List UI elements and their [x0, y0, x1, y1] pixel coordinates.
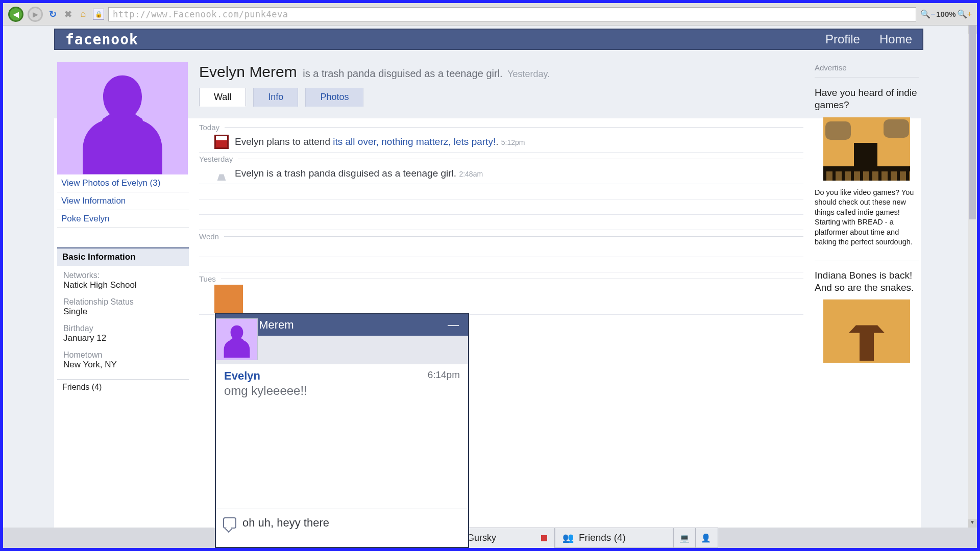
- day-wednesday: Wedn: [199, 232, 219, 241]
- nav-home[interactable]: Home: [879, 32, 912, 46]
- basic-info-block: Networks: Natick High School Relationshi…: [57, 266, 189, 379]
- link-view-photos[interactable]: View Photos of Evelyn (3): [57, 174, 189, 192]
- page-viewport: facenook Profile Home View Photos of Eve…: [3, 26, 977, 528]
- advertise-heading: Advertise: [815, 63, 919, 78]
- birthday-value: January 12: [63, 333, 183, 343]
- friends-button[interactable]: 👥 Friends (4): [555, 528, 673, 548]
- presence-button[interactable]: 💻: [673, 528, 696, 548]
- reload-button[interactable]: ↻: [47, 9, 58, 20]
- post-time: 2:48am: [459, 170, 483, 178]
- post-text: Evelyn is a trash panda disguised as a t…: [235, 168, 456, 179]
- site-header: facenook Profile Home: [54, 29, 923, 50]
- birthday-label: Birthday: [63, 324, 183, 333]
- profile-name: Evelyn Merem: [199, 63, 297, 80]
- profile-status-time: Yesterday.: [507, 69, 550, 79]
- chat-reply-text[interactable]: oh uh, heyy there: [242, 516, 329, 530]
- friend-avatar-icon[interactable]: [214, 285, 243, 313]
- chat-body: 6:14pm Evelyn omg kyleeeee!!: [216, 364, 468, 509]
- calendar-icon: [214, 135, 229, 149]
- chat-minimize-button[interactable]: —: [445, 318, 462, 332]
- left-column: View Photos of Evelyn (3) View Informati…: [54, 56, 192, 528]
- chat-subheader: [216, 336, 468, 364]
- stop-button[interactable]: ✖: [62, 9, 74, 20]
- right-column: Advertise Have you heard of indie games?…: [813, 56, 921, 528]
- friends-label: Friends (4): [579, 532, 626, 543]
- nav-profile[interactable]: Profile: [825, 32, 860, 46]
- site-logo[interactable]: facenook: [65, 31, 138, 48]
- chat-reply-row[interactable]: oh uh, heyy there: [216, 509, 468, 547]
- tab-wall[interactable]: Wall: [199, 88, 246, 107]
- day-yesterday: Yesterday: [199, 155, 233, 163]
- ad-title[interactable]: Indiana Bones is back! And so are the sn…: [815, 269, 919, 294]
- chat-msg-time: 6:14pm: [428, 369, 460, 381]
- tab-info[interactable]: Info: [253, 88, 298, 107]
- networks-value: Natick High School: [63, 280, 183, 290]
- chat-bar: Evelyn Merem Emily Singer Mat Gursky 👥 F…: [3, 528, 977, 548]
- ad-text: Do you like video games? You should chec…: [815, 188, 919, 247]
- scroll-thumb[interactable]: [969, 26, 976, 219]
- wall-feed: Today Evelyn plans to attend its all ove…: [199, 107, 803, 315]
- ad-title[interactable]: Have you heard of indie games?: [815, 87, 919, 111]
- home-button[interactable]: ⌂: [78, 9, 89, 20]
- zoom-out-button[interactable]: 🔍−: [920, 9, 935, 19]
- zoom-in-button[interactable]: 🔍+: [957, 9, 972, 19]
- browser-toolbar: ◀ ▶ ↻ ✖ ⌂ 🔒 http://www.Facenook.com/punk…: [3, 3, 977, 26]
- day-today: Today: [199, 123, 219, 132]
- wall-post: Evelyn plans to attend its all over, not…: [199, 133, 803, 153]
- zoom-level: 100%: [936, 10, 955, 18]
- profile-tabs: Wall Info Photos: [199, 88, 803, 107]
- lock-icon: 🔒: [93, 9, 104, 20]
- profile-status: is a trash panda disguised as a teenage …: [303, 68, 502, 79]
- scroll-down-button[interactable]: ▼: [968, 519, 977, 528]
- add-friend-button[interactable]: 👤: [696, 528, 718, 548]
- back-button[interactable]: ◀: [8, 7, 23, 22]
- friends-heading[interactable]: Friends (4): [57, 379, 189, 395]
- post-text: Evelyn plans to attend: [235, 136, 333, 147]
- chat-avatar[interactable]: [216, 318, 258, 360]
- forward-button: ▶: [28, 7, 43, 22]
- profile-status-line: Evelyn Merem is a trash panda disguised …: [199, 60, 803, 88]
- status-dot-busy-icon: [541, 535, 547, 541]
- content-area: View Photos of Evelyn (3) View Informati…: [54, 56, 921, 528]
- chat-bubble-icon: [223, 517, 236, 529]
- hometown-label: Hometown: [63, 350, 183, 360]
- chat-window: Evelyn Merem — 6:14pm Evelyn omg kyleeee…: [215, 313, 469, 548]
- networks-label: Networks:: [63, 271, 183, 280]
- relationship-value: Single: [63, 307, 183, 317]
- ad-image[interactable]: [823, 117, 910, 181]
- relationship-label: Relationship Status: [63, 297, 183, 307]
- day-tuesday: Tues: [199, 274, 216, 283]
- chat-msg-text: omg kyleeeee!!: [224, 384, 460, 398]
- chat-msg-sender[interactable]: Evelyn: [224, 369, 460, 383]
- profile-avatar[interactable]: [57, 62, 188, 174]
- link-poke[interactable]: Poke Evelyn: [57, 210, 189, 228]
- wall-post: Evelyn is a trash panda disguised as a t…: [199, 164, 803, 184]
- link-view-info[interactable]: View Information: [57, 192, 189, 210]
- hometown-value: New York, NY: [63, 360, 183, 370]
- people-icon: 👥: [562, 532, 574, 543]
- basic-info-heading: Basic Information: [57, 247, 189, 266]
- person-icon: [214, 166, 229, 181]
- scrollbar[interactable]: ▲ ▼: [968, 26, 977, 528]
- zoom-controls: 🔍− 100% 🔍+: [920, 9, 972, 19]
- url-bar[interactable]: http://www.Facenook.com/punk4eva: [108, 7, 916, 21]
- tab-photos[interactable]: Photos: [305, 88, 363, 107]
- ad-image[interactable]: [823, 299, 910, 363]
- post-time: 5:12pm: [501, 138, 525, 146]
- event-link[interactable]: its all over, nothing matterz, lets part…: [333, 136, 496, 147]
